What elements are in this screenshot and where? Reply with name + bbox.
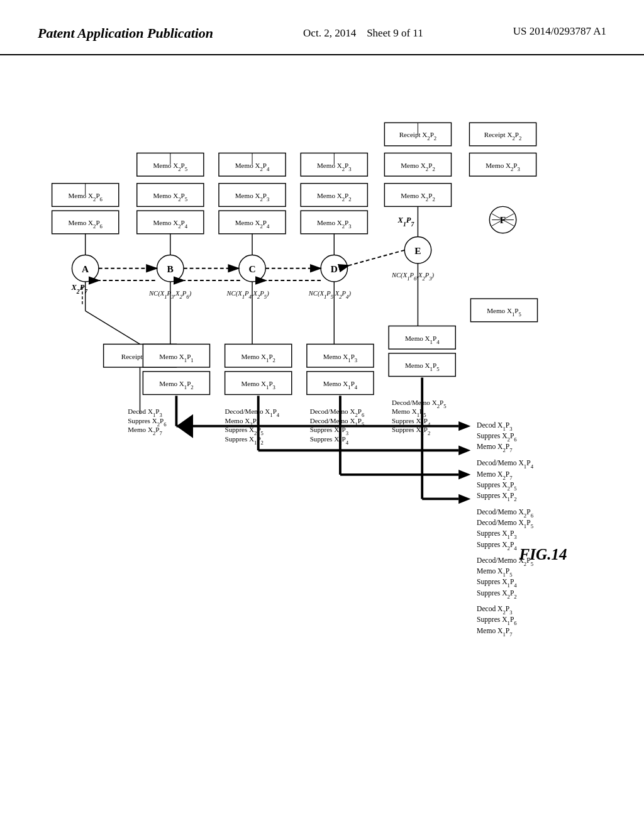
svg-text:Suppres X1P4: Suppres X1P4 [477, 578, 517, 589]
svg-text:NC(X1P5,X2P4): NC(X1P5,X2P4) [308, 290, 352, 300]
svg-text:D: D [331, 263, 338, 274]
svg-text:Memo X2P7: Memo X2P7 [477, 443, 513, 453]
svg-marker-82 [458, 421, 470, 431]
svg-text:Decod/Memo X1P4: Decod/Memo X1P4 [477, 459, 534, 470]
svg-text:Suppres X2P2: Suppres X2P2 [392, 426, 430, 436]
svg-text:Suppres X1P6: Suppres X1P6 [477, 616, 517, 626]
svg-text:X1P7: X1P7 [397, 216, 415, 228]
svg-text:Memo X1P5: Memo X1P5 [477, 567, 513, 578]
svg-text:B: B [167, 263, 174, 274]
svg-text:F: F [500, 214, 506, 225]
page-header: Patent Application Publication Oct. 2, 2… [0, 0, 644, 55]
svg-text:FIG.14: FIG.14 [519, 546, 567, 563]
figure-14-svg: X2P7 Memo X2P6 Memo X2P6 A Receipt X2P1 … [25, 74, 619, 766]
svg-text:Decod/Memo X1P5: Decod/Memo X1P5 [477, 519, 533, 529]
svg-text:C: C [248, 263, 255, 274]
svg-marker-85 [458, 446, 470, 455]
svg-text:Decod X1P3: Decod X1P3 [477, 421, 513, 432]
svg-text:Suppres X1P3: Suppres X1P3 [477, 529, 517, 540]
svg-line-135 [86, 311, 140, 344]
svg-text:Memo X2P7: Memo X2P7 [128, 426, 162, 436]
sheet-info: Sheet 9 of 11 [367, 27, 423, 39]
svg-marker-88 [458, 470, 470, 479]
svg-text:E: E [414, 245, 421, 256]
svg-text:Suppres X2P4: Suppres X2P4 [477, 541, 517, 551]
svg-line-79 [349, 250, 404, 265]
publication-date: Oct. 2, 2014 [303, 27, 356, 39]
diagram-area: X2P7 Memo X2P6 Memo X2P6 A Receipt X2P1 … [0, 55, 644, 785]
publication-title: Patent Application Publication [38, 25, 213, 42]
svg-text:Suppres X2P4: Suppres X2P4 [310, 435, 349, 446]
svg-text:Decod/Memo X2P6: Decod/Memo X2P6 [477, 508, 534, 519]
svg-marker-91 [458, 494, 470, 504]
svg-text:A: A [82, 263, 89, 274]
svg-text:NC(X1P4,X2P5): NC(X1P4,X2P5) [226, 290, 270, 300]
svg-text:Suppres X2P5: Suppres X2P5 [477, 481, 517, 492]
svg-text:Suppres X1P2: Suppres X1P2 [477, 492, 517, 502]
svg-text:NC(X1P6,X2P3): NC(X1P6,X2P3) [391, 272, 435, 282]
svg-text:Memo X1P7: Memo X1P7 [477, 627, 513, 638]
svg-text:Decod X2P3: Decod X2P3 [477, 605, 513, 616]
svg-text:Suppres X2P2: Suppres X2P2 [477, 589, 517, 600]
svg-text:Memo X2P7: Memo X2P7 [477, 470, 513, 481]
svg-text:Suppres X2P6: Suppres X2P6 [477, 432, 517, 443]
patent-number: US 2014/0293787 A1 [513, 25, 606, 38]
header-center: Oct. 2, 2014 Sheet 9 of 11 [303, 25, 423, 42]
